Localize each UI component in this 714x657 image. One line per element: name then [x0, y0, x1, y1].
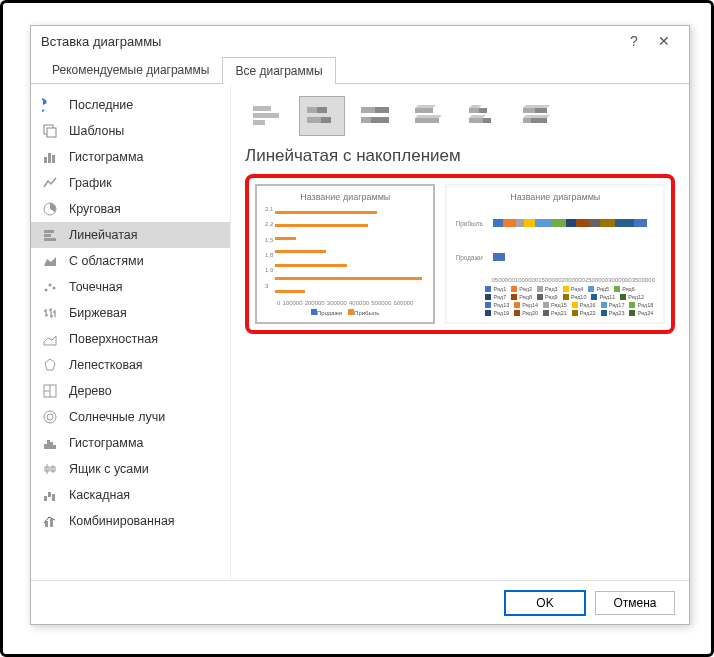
sidebar-item-combo[interactable]: Комбинированная	[31, 508, 230, 534]
area-chart-icon	[41, 252, 59, 270]
sidebar-item-line[interactable]: График	[31, 170, 230, 196]
svg-point-9	[45, 289, 48, 292]
chart-preview-1[interactable]: Название диаграммы 2,12,2 1,51,8 1,93	[255, 184, 435, 324]
svg-rect-6	[44, 230, 54, 233]
sidebar-item-area[interactable]: С областями	[31, 248, 230, 274]
subtype-100-stacked-bar[interactable]	[353, 96, 399, 136]
svg-rect-36	[321, 117, 331, 123]
recent-icon	[41, 96, 59, 114]
svg-rect-31	[253, 113, 279, 118]
stock-chart-icon	[41, 304, 59, 322]
sidebar-item-templates[interactable]: Шаблоны	[31, 118, 230, 144]
svg-point-16	[47, 414, 53, 420]
svg-rect-32	[253, 120, 265, 125]
close-button[interactable]: ✕	[649, 33, 679, 49]
surface-chart-icon	[41, 330, 59, 348]
subtype-heading: Линейчатая с накоплением	[245, 146, 675, 166]
svg-rect-27	[52, 494, 55, 501]
sidebar-item-scatter[interactable]: Точечная	[31, 274, 230, 300]
svg-rect-17	[44, 444, 47, 449]
preview-highlight-area: Название диаграммы 2,12,2 1,51,8 1,93	[245, 174, 675, 334]
svg-rect-30	[253, 106, 271, 111]
svg-rect-35	[307, 117, 321, 123]
sidebar-item-column[interactable]: Гистограмма	[31, 144, 230, 170]
svg-rect-2	[44, 157, 47, 163]
subtype-stacked-bar[interactable]	[299, 96, 345, 136]
sidebar-item-treemap[interactable]: Дерево	[31, 378, 230, 404]
sunburst-icon	[41, 408, 59, 426]
ok-button[interactable]: OK	[505, 591, 585, 615]
scatter-chart-icon	[41, 278, 59, 296]
svg-rect-18	[47, 440, 50, 449]
preview2-body: Прибыль	[455, 206, 655, 274]
svg-rect-39	[361, 117, 371, 123]
dialog-footer: OK Отмена	[31, 580, 689, 624]
combo-chart-icon	[41, 512, 59, 530]
waterfall-icon	[41, 486, 59, 504]
svg-rect-47	[523, 108, 535, 113]
svg-rect-50	[531, 118, 547, 123]
line-chart-icon	[41, 174, 59, 192]
svg-rect-3	[48, 153, 51, 163]
preview1-x-axis: 0100000 200000300000 400000500000 600000	[277, 300, 413, 306]
sidebar-item-boxwhisker[interactable]: Ящик с усами	[31, 456, 230, 482]
svg-rect-34	[317, 107, 327, 113]
svg-rect-7	[44, 234, 51, 237]
sidebar-item-pie[interactable]: Круговая	[31, 196, 230, 222]
sidebar-item-radar[interactable]: Лепестковая	[31, 352, 230, 378]
svg-rect-4	[52, 155, 55, 163]
radar-chart-icon	[41, 356, 59, 374]
preview2-x-axis: 0500000 10000001500000 20000002500000 30…	[455, 277, 655, 283]
sidebar-item-waterfall[interactable]: Каскадная	[31, 482, 230, 508]
svg-rect-49	[523, 118, 531, 123]
svg-point-11	[53, 287, 56, 290]
subtype-3d-stacked-bar[interactable]	[461, 96, 507, 136]
preview1-y-axis: 2,12,2 1,51,8 1,93	[265, 206, 275, 298]
svg-rect-26	[48, 492, 51, 497]
svg-point-15	[44, 411, 56, 423]
svg-rect-44	[479, 108, 487, 113]
subtype-clustered-bar[interactable]	[245, 96, 291, 136]
sidebar-item-bar[interactable]: Линейчатая	[31, 222, 230, 248]
svg-rect-43	[469, 108, 479, 113]
sidebar-item-histogram[interactable]: Гистограмма	[31, 430, 230, 456]
preview2-legend: Ряд1Ряд2Ряд3Ряд4Ряд5Ряд6Ряд7Ряд8Ряд9Ряд1…	[455, 286, 655, 316]
cancel-button[interactable]: Отмена	[595, 591, 675, 615]
svg-rect-48	[535, 108, 547, 113]
sidebar-item-stock[interactable]: Биржевая	[31, 300, 230, 326]
svg-rect-29	[50, 519, 53, 527]
svg-rect-25	[44, 496, 47, 501]
sidebar-item-surface[interactable]: Поверхностная	[31, 326, 230, 352]
bar-chart-icon	[41, 226, 59, 244]
templates-icon	[41, 122, 59, 140]
chart-preview-2[interactable]: Название диаграммы Прибыль	[445, 184, 665, 324]
preview1-bars	[275, 206, 425, 298]
svg-rect-19	[50, 442, 53, 449]
subtype-3d-100-stacked-bar[interactable]	[515, 96, 561, 136]
svg-rect-46	[483, 118, 491, 123]
help-button[interactable]: ?	[619, 33, 649, 49]
sidebar-item-recent[interactable]: Последние	[31, 92, 230, 118]
sidebar-item-sunburst[interactable]: Солнечные лучи	[31, 404, 230, 430]
boxwhisker-icon	[41, 460, 59, 478]
chart-category-sidebar: Последние Шаблоны Гистограмма График Кру…	[31, 84, 231, 580]
svg-rect-8	[44, 238, 56, 241]
tab-recommended[interactable]: Рекомендуемые диаграммы	[39, 56, 222, 83]
title-bar: Вставка диаграммы ? ✕	[31, 26, 689, 56]
insert-chart-dialog: Вставка диаграммы ? ✕ Рекомендуемые диаг…	[30, 25, 690, 625]
svg-rect-20	[53, 445, 56, 449]
svg-point-10	[49, 284, 52, 287]
svg-rect-1	[47, 128, 56, 137]
tab-all[interactable]: Все диаграммы	[222, 57, 335, 84]
svg-rect-42	[415, 118, 439, 123]
treemap-icon	[41, 382, 59, 400]
svg-rect-37	[361, 107, 375, 113]
dialog-title: Вставка диаграммы	[41, 34, 161, 49]
subtype-3d-clustered-bar[interactable]	[407, 96, 453, 136]
column-chart-icon	[41, 148, 59, 166]
svg-rect-45	[469, 118, 483, 123]
histogram-icon	[41, 434, 59, 452]
pie-chart-icon	[41, 200, 59, 218]
svg-rect-41	[415, 108, 433, 113]
preview1-legend: Продажи Прибыль	[311, 309, 379, 316]
